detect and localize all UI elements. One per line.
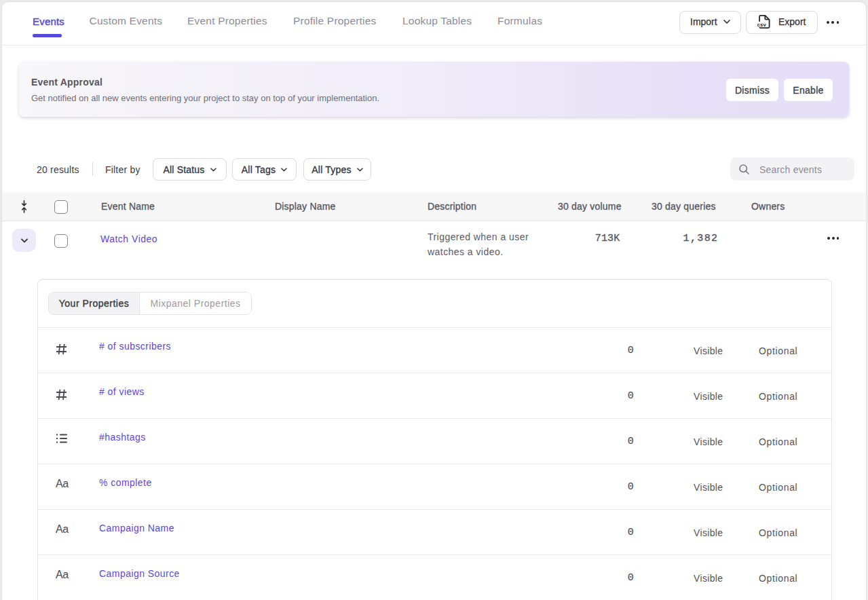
svg-text:csv: csv [757, 21, 767, 27]
